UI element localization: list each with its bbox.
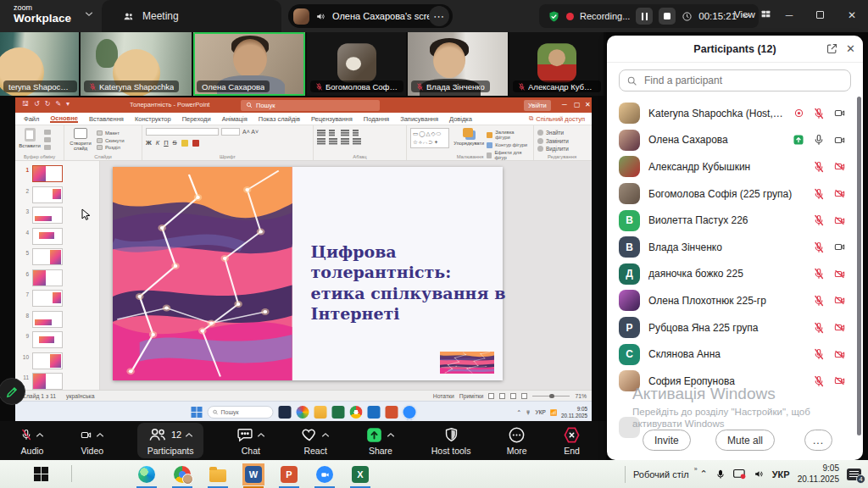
chrome-icon[interactable]	[350, 406, 363, 419]
ppt-search-box[interactable]: Пошук	[241, 100, 380, 111]
react-button[interactable]: React	[298, 423, 333, 458]
excel-taskbar-icon[interactable]: X	[349, 463, 371, 485]
audio-button[interactable]: Audio	[17, 423, 47, 458]
align-center-button[interactable]	[329, 138, 337, 145]
slide-thumbnail[interactable]: 11	[19, 373, 99, 390]
ppt-tab-7[interactable]: Показ слайдів	[259, 115, 300, 123]
video-tile[interactable]: Олена Сахарова	[193, 32, 305, 96]
popout-icon[interactable]	[826, 42, 838, 55]
pause-recording-button[interactable]	[636, 8, 653, 25]
slide-thumbnail[interactable]: 6	[19, 269, 99, 286]
notes-button[interactable]: Нотатки	[433, 393, 454, 399]
zoom-percentage[interactable]: 71%	[575, 393, 587, 399]
edge-taskbar-icon[interactable]	[136, 463, 158, 485]
presenter-clock[interactable]: 9:05 20.11.2025	[561, 406, 587, 418]
indent-button[interactable]	[341, 130, 349, 136]
shape-fill-button[interactable]: Заливка фігури	[487, 130, 530, 140]
select-button[interactable]: Виділити	[537, 146, 587, 152]
slide-thumbnail[interactable]: 7	[19, 290, 99, 307]
ppt-signin-button[interactable]: Увійти	[524, 100, 551, 111]
slide-sorter-button[interactable]	[499, 393, 505, 399]
video-tile[interactable]: Влада Зінченко	[408, 32, 508, 96]
chrome-taskbar-icon[interactable]	[171, 463, 193, 485]
invite-button[interactable]: Invite	[643, 430, 691, 451]
ppt-tab-2[interactable]: Основне	[50, 114, 77, 123]
slide-thumbnail[interactable]: 5	[19, 248, 99, 265]
more-button[interactable]: More	[504, 423, 531, 458]
chevron-up-icon[interactable]	[387, 432, 395, 438]
video-button[interactable]: Video	[76, 423, 108, 458]
chevron-up-icon[interactable]	[185, 432, 193, 438]
host-tools-button[interactable]: Host tools	[428, 423, 475, 458]
tray-network-icon[interactable]: 📶	[550, 409, 557, 416]
mute-all-button[interactable]: Mute all	[715, 430, 775, 451]
shapes-gallery[interactable]: ▭◯△◇⬭☆⟡⌒⊃✦	[410, 128, 449, 148]
video-tile[interactable]: teryna Shapochka	[0, 32, 79, 96]
close-panel-icon[interactable]: ✕	[846, 42, 855, 55]
presenter-search-box[interactable]: Пошук	[208, 406, 274, 419]
font-size-select[interactable]	[221, 128, 240, 136]
powerpoint-icon[interactable]	[386, 406, 398, 419]
tab-meeting[interactable]: Meeting	[102, 0, 281, 32]
ppt-close-button[interactable]: ✕	[585, 101, 591, 108]
app-icon[interactable]	[279, 406, 292, 419]
participant-row[interactable]: Kateryna Shapochka (Host, me)	[607, 100, 863, 127]
replace-button[interactable]: Замінити	[537, 138, 587, 144]
save-icon[interactable]: 🖫	[22, 100, 29, 108]
bold-button[interactable]: Ж	[146, 139, 152, 147]
paste-button[interactable]: Вставити	[19, 128, 41, 152]
justify-button[interactable]	[353, 138, 361, 145]
qat-chevron-icon[interactable]: ▾	[66, 100, 70, 108]
screen-recording-tray-icon[interactable]	[733, 469, 746, 480]
word-taskbar-icon[interactable]: W	[242, 463, 264, 485]
video-tile[interactable]: Александр Кубыш	[509, 32, 604, 96]
participant-row[interactable]: Александр Кубышкин	[607, 153, 863, 180]
reset-button[interactable]: Скинути	[97, 138, 125, 143]
minimize-button[interactable]: ─	[782, 9, 797, 21]
chevron-down-icon[interactable]	[85, 11, 93, 17]
system-clock[interactable]: 9:05 20.11.2025	[798, 463, 839, 485]
start-button[interactable]	[34, 467, 48, 481]
ppt-share-button[interactable]: ⧉ Спільний доступ	[529, 114, 585, 123]
chevron-up-icon[interactable]	[36, 432, 44, 438]
slide-thumbnail[interactable]: 1	[19, 165, 99, 182]
zoom-app-icon[interactable]	[403, 406, 416, 419]
participant-row[interactable]: ССклянова Анна	[607, 341, 863, 368]
new-slide-button[interactable]: Створити слайд	[68, 128, 93, 152]
tray-mic-icon[interactable]: 🎙	[526, 409, 531, 415]
language-switcher[interactable]: УКР	[772, 469, 790, 480]
participant-row[interactable]: ВВлада Зінченко	[607, 234, 863, 261]
participant-search-input[interactable]	[643, 74, 829, 87]
footer-more-button[interactable]: ...	[804, 430, 832, 451]
layout-button[interactable]: Макет	[97, 130, 125, 136]
find-button[interactable]: Знайти	[537, 130, 587, 136]
notification-center-icon[interactable]: 4	[847, 469, 861, 480]
line-spacing-button[interactable]	[353, 130, 361, 136]
outlook-icon[interactable]	[368, 406, 381, 419]
participant-row[interactable]: Ддаяночка божко 225	[607, 261, 863, 288]
participant-row[interactable]: Богомолова Софія (225 група)	[607, 180, 863, 208]
ppt-tab-5[interactable]: Переходи	[182, 115, 211, 123]
zoom-slider[interactable]	[532, 396, 570, 397]
highlight-color-button[interactable]	[181, 140, 188, 147]
ppt-tab-8[interactable]: Рецензування	[311, 115, 353, 123]
slide-thumbnail[interactable]: 10	[19, 352, 99, 369]
share-button[interactable]: Share	[362, 423, 398, 458]
pen-icon[interactable]: ✎	[55, 100, 61, 108]
clipboard-small-buttons[interactable]	[44, 128, 51, 152]
redo-icon[interactable]: ↻	[45, 100, 51, 108]
chevron-up-icon[interactable]	[257, 432, 265, 438]
windows-start-icon[interactable]	[192, 407, 203, 418]
participant-row[interactable]: ВВиолетта Пастух 226	[607, 207, 863, 234]
participants-button[interactable]: 12Participants	[137, 423, 204, 458]
grow-font-button[interactable]: A˄ A˅	[242, 129, 259, 135]
more-options-button[interactable]: ⋯	[429, 6, 449, 26]
stop-recording-button[interactable]	[659, 8, 676, 25]
desktop-toolbar[interactable]: Робочий стіл»	[633, 469, 693, 480]
participant-row[interactable]: Олена Плохотнюк 225-гр	[607, 287, 863, 314]
ppt-tab-6[interactable]: Анімація	[222, 115, 248, 123]
participant-search[interactable]	[619, 69, 851, 92]
end-button[interactable]: End	[559, 423, 584, 458]
quick-access-toolbar[interactable]: 🖫↺↻✎▾	[22, 100, 70, 108]
ppt-tab-11[interactable]: Довідка	[449, 115, 472, 123]
